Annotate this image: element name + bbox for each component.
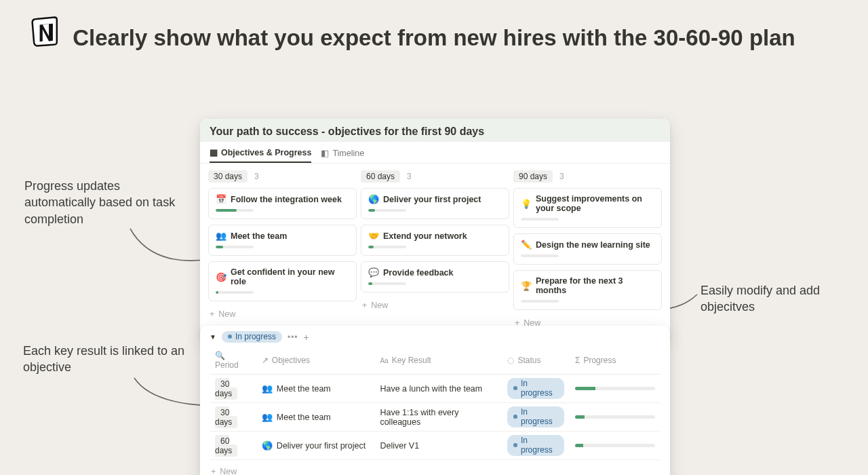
objective-link[interactable]: 🌎Deliver your first project (262, 440, 370, 451)
board-icon: ▦ (210, 147, 218, 157)
objectives-panel: Your path to success - objectives for th… (200, 119, 670, 340)
objective-card[interactable]: 📅Follow the integration week (208, 188, 357, 219)
objective-emoji-icon: 🌎 (262, 440, 273, 451)
progress-bar (368, 282, 406, 285)
add-new-row[interactable]: +New (210, 464, 660, 475)
progress-bar (521, 254, 559, 257)
plus-icon: + (210, 309, 214, 319)
card-emoji-icon: 📅 (216, 194, 226, 204)
status-badge[interactable]: In progress (507, 406, 564, 428)
tab-timeline[interactable]: ◧ Timeline (321, 142, 364, 163)
card-emoji-icon: 💡 (521, 199, 532, 209)
objective-emoji-icon: 👥 (262, 383, 273, 394)
objective-link[interactable]: 👥Meet the team (262, 383, 370, 394)
card-emoji-icon: 👥 (216, 231, 226, 241)
card-title: Design the new learning site (536, 240, 650, 250)
objective-card[interactable]: 🎯Get confident in your new role (208, 261, 357, 301)
status-badge[interactable]: In progress (507, 435, 564, 456)
col-objectives[interactable]: ↗Objectives (256, 347, 375, 375)
objective-card[interactable]: 👥Meet the team (208, 225, 357, 256)
objective-card[interactable]: 🏆Prepare for the next 3 months (513, 270, 662, 310)
progress-bar (575, 415, 655, 419)
card-emoji-icon: 🏆 (521, 281, 532, 291)
keyresult-cell: Have a lunch with the team (374, 375, 502, 403)
period-chip: 60 days (215, 435, 237, 457)
text-icon: Aa (380, 357, 388, 364)
column-count: 3 (254, 172, 259, 181)
keyresult-cell: Have 1:1s with every colleagues (374, 403, 502, 432)
add-new-card[interactable]: +New (361, 298, 509, 313)
add-new-card[interactable]: +New (208, 307, 357, 322)
objective-card[interactable]: 💡Suggest improvements on your scope (513, 188, 662, 228)
card-title: Deliver your first project (383, 195, 481, 204)
panel-title: Your path to success - objectives for th… (210, 126, 660, 138)
annotation-keyresult: Each key result is linked to an objectiv… (23, 343, 186, 376)
status-icon: ◌ (507, 356, 514, 365)
column-count: 3 (407, 172, 412, 181)
status-badge[interactable]: In progress (507, 378, 564, 399)
progress-bar (521, 218, 559, 221)
annotation-progress: Progress updates automatically based on … (24, 178, 180, 227)
card-title: Provide feedback (383, 268, 454, 278)
progress-bar (575, 387, 655, 390)
table-row[interactable]: 30 days 👥Meet the team Have 1:1s with ev… (210, 403, 660, 432)
progress-bar (216, 246, 254, 248)
group-badge[interactable]: In progress (222, 331, 282, 343)
progress-bar (216, 291, 254, 294)
objective-card[interactable]: 💬Provide feedback (361, 261, 509, 292)
col-period[interactable]: 🔍Period (210, 347, 256, 375)
keyresults-panel: ▼ In progress ••• + 🔍Period ↗Objectives … (200, 326, 670, 475)
more-icon[interactable]: ••• (288, 332, 298, 342)
sigma-icon: Σ (575, 356, 580, 365)
annotation-modify: Easily modify and add objecitves (701, 282, 843, 316)
tab-objectives[interactable]: ▦ Objectives & Progress (210, 142, 311, 163)
column-label[interactable]: 30 days (208, 170, 248, 183)
card-title: Prepare for the next 3 months (536, 276, 654, 295)
card-emoji-icon: 🤝 (368, 231, 379, 241)
table-row[interactable]: 30 days 👥Meet the team Have a lunch with… (210, 375, 660, 403)
col-keyresult[interactable]: AaKey Result (374, 347, 502, 375)
card-title: Extend your network (383, 231, 467, 241)
objective-emoji-icon: 👥 (262, 412, 273, 422)
col-status[interactable]: ◌Status (502, 347, 570, 375)
card-title: Follow the integration week (231, 195, 342, 204)
objective-card[interactable]: 🌎Deliver your first project (361, 188, 509, 219)
tab-label: Timeline (332, 149, 364, 158)
timeline-icon: ◧ (321, 148, 329, 158)
card-title: Meet the team (231, 231, 287, 241)
column-count: 3 (559, 172, 564, 181)
search-icon: 🔍 (215, 351, 225, 360)
page-headline: Clearly show what you expect from new hi… (0, 24, 868, 52)
card-emoji-icon: 🌎 (368, 194, 379, 204)
objective-card[interactable]: 🤝Extend your network (361, 225, 509, 256)
card-title: Get confident in your new role (231, 267, 349, 286)
column-label[interactable]: 90 days (513, 170, 553, 183)
card-title: Suggest improvements on your scope (536, 194, 654, 213)
table-row[interactable]: 60 days 🌎Deliver your first project Deli… (210, 432, 660, 460)
collapse-icon[interactable]: ▼ (210, 333, 216, 341)
card-emoji-icon: ✏️ (521, 240, 532, 250)
column-label[interactable]: 60 days (361, 170, 400, 183)
col-progress[interactable]: ΣProgress (570, 347, 660, 375)
plus-icon: + (362, 301, 367, 310)
progress-bar (216, 209, 254, 212)
objective-link[interactable]: 👥Meet the team (262, 412, 370, 422)
progress-bar (575, 444, 655, 447)
objective-card[interactable]: ✏️Design the new learning site (513, 233, 662, 265)
keyresult-cell: Deliver V1 (374, 432, 502, 460)
add-icon[interactable]: + (304, 332, 309, 343)
period-chip: 30 days (215, 378, 237, 400)
progress-bar (368, 246, 406, 248)
plus-icon: + (211, 467, 216, 475)
relation-icon: ↗ (262, 356, 269, 365)
card-emoji-icon: 💬 (368, 267, 379, 278)
tab-label: Objectives & Progress (221, 148, 311, 157)
card-emoji-icon: 🎯 (216, 272, 226, 282)
progress-bar (521, 300, 559, 303)
progress-bar (368, 209, 406, 212)
period-chip: 30 days (215, 406, 237, 428)
